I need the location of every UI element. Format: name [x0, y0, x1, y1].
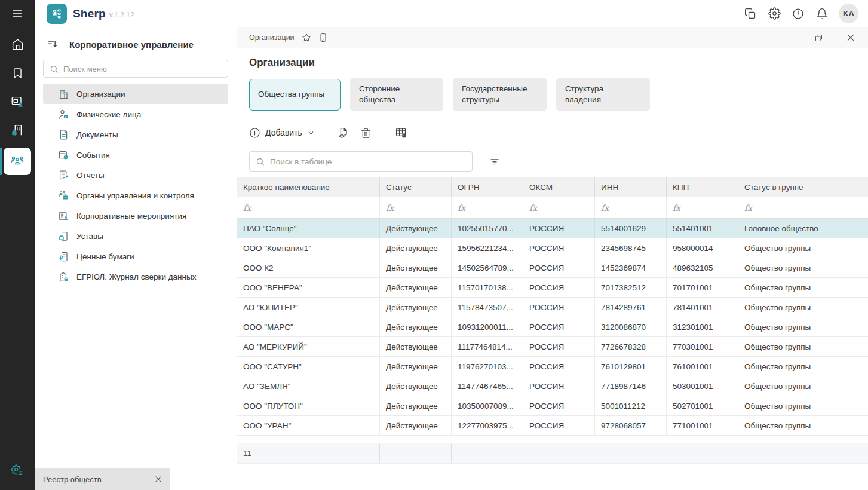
table-cell[interactable]: 11477467465...: [452, 376, 523, 396]
table-cell[interactable]: Общество группы: [738, 238, 868, 258]
table-cell[interactable]: Общество группы: [738, 337, 868, 356]
table-row[interactable]: ООО "ПЛУТОН"Действующее10350007089...РОС…: [237, 396, 868, 416]
table-cell[interactable]: Действующее: [380, 317, 452, 336]
table-cell[interactable]: РОССИЯ: [523, 317, 595, 336]
table-settings-button[interactable]: [390, 122, 413, 143]
table-cell[interactable]: РОССИЯ: [523, 238, 595, 258]
add-button[interactable]: Добавить: [249, 124, 320, 142]
nav-item-egrul-journal[interactable]: ЕГРЮЛ. Журнал сверки данных: [43, 267, 228, 287]
close-window-button[interactable]: [842, 30, 860, 45]
notifications-button[interactable]: [810, 2, 834, 26]
table-cell[interactable]: 10350007089...: [452, 396, 523, 415]
table-cell[interactable]: Действующее: [380, 376, 452, 396]
restore-window-button[interactable]: [809, 30, 827, 45]
table-cell[interactable]: 489632105: [667, 258, 738, 277]
table-cell[interactable]: РОССИЯ: [523, 298, 595, 317]
table-row[interactable]: ПАО "Солнце"Действующее10255015770...РОС…: [237, 219, 868, 238]
table-cell[interactable]: ООО К2: [237, 258, 380, 277]
table-cell[interactable]: 3120086870: [595, 317, 667, 336]
rail-item-home[interactable]: [0, 30, 35, 59]
column-header[interactable]: Статус в группе: [738, 177, 868, 197]
table-cell[interactable]: РОССИЯ: [523, 416, 595, 435]
menu-search-input[interactable]: [63, 65, 222, 74]
rail-item-bookmarks[interactable]: [0, 59, 35, 87]
table-cell[interactable]: 7017382512: [595, 278, 667, 297]
nav-item-reports[interactable]: Отчеты: [43, 165, 228, 185]
table-cell[interactable]: 958000014: [667, 238, 738, 258]
table-cell[interactable]: Общество группы: [738, 357, 868, 376]
column-header[interactable]: ОКСМ: [523, 177, 595, 197]
table-cell[interactable]: 11578473507...: [452, 298, 523, 317]
table-row[interactable]: АО "ЮПИТЕР"Действующее11578473507...РОСС…: [237, 298, 868, 317]
table-cell[interactable]: Действующее: [380, 258, 452, 277]
table-cell[interactable]: 15956221234...: [452, 238, 523, 258]
table-cell[interactable]: 551401001: [667, 219, 738, 238]
table-row[interactable]: ООО "САТУРН"Действующее11976270103...РОС…: [237, 357, 868, 376]
table-row[interactable]: ООО "УРАН"Действующее12277003975...РОССИ…: [237, 416, 868, 436]
collapse-menu-button[interactable]: [45, 37, 60, 51]
table-cell[interactable]: 771001001: [667, 416, 738, 435]
nav-item-events[interactable]: События: [43, 145, 228, 165]
favorite-star-icon[interactable]: [302, 33, 311, 42]
table-cell[interactable]: ООО "ПЛУТОН": [237, 396, 380, 415]
table-row[interactable]: ООО "ВЕНЕРА"Действующее11570170138...РОС…: [237, 278, 868, 298]
table-cell[interactable]: 312301001: [667, 317, 738, 336]
view-tab-ownership-structure[interactable]: Структура владения: [556, 78, 650, 111]
table-cell[interactable]: ООО "Компания1": [237, 238, 380, 258]
table-cell[interactable]: РОССИЯ: [523, 357, 595, 376]
column-filter-cell[interactable]: fx: [738, 197, 868, 218]
table-cell[interactable]: Общество группы: [738, 298, 868, 317]
view-tab-group-companies[interactable]: Общества группы: [249, 79, 341, 111]
table-cell[interactable]: 11177464814...: [452, 337, 523, 356]
table-cell[interactable]: Действующее: [380, 298, 452, 317]
duplicate-tab-icon[interactable]: [318, 33, 328, 42]
column-filter-cell[interactable]: fx: [452, 197, 523, 218]
table-cell[interactable]: Общество группы: [738, 396, 868, 415]
view-document-button[interactable]: [332, 122, 355, 143]
table-cell[interactable]: Действующее: [380, 357, 452, 376]
table-cell[interactable]: 1452369874: [595, 258, 667, 277]
table-cell[interactable]: Действующее: [380, 396, 452, 415]
table-cell[interactable]: АО "МЕРКУРИЙ": [237, 337, 380, 356]
nav-item-organizations[interactable]: Организации: [43, 84, 228, 104]
table-cell[interactable]: 503001001: [667, 376, 738, 396]
table-cell[interactable]: 781401001: [667, 298, 738, 317]
table-cell[interactable]: ООО "УРАН": [237, 416, 380, 435]
table-cell[interactable]: Действующее: [380, 416, 452, 435]
window-tab-organizations[interactable]: Организации: [249, 33, 328, 42]
table-cell[interactable]: 761001001: [667, 357, 738, 376]
info-button[interactable]: [786, 2, 810, 26]
table-cell[interactable]: 12277003975...: [452, 416, 523, 435]
table-cell[interactable]: 11570170138...: [452, 278, 523, 297]
table-cell[interactable]: Общество группы: [738, 317, 868, 336]
nav-item-documents[interactable]: Документы: [43, 124, 228, 145]
table-search-input[interactable]: [270, 157, 466, 166]
table-cell[interactable]: АО "ЮПИТЕР": [237, 298, 380, 317]
table-cell[interactable]: РОССИЯ: [523, 376, 595, 396]
table-cell[interactable]: 10255015770...: [452, 219, 523, 238]
table-cell[interactable]: РОССИЯ: [523, 278, 595, 297]
rail-item-admin-settings[interactable]: [0, 455, 35, 484]
table-cell[interactable]: Действующее: [380, 219, 452, 238]
table-cell[interactable]: 11976270103...: [452, 357, 523, 376]
table-row[interactable]: ООО К2Действующее14502564789...РОССИЯ145…: [237, 258, 868, 278]
view-tab-state-structures[interactable]: Государственные структуры: [453, 78, 547, 111]
table-cell[interactable]: 502701001: [667, 396, 738, 415]
table-cell[interactable]: Общество группы: [738, 416, 868, 435]
minimize-button[interactable]: [777, 30, 795, 45]
table-row[interactable]: АО "МЕРКУРИЙ"Действующее11177464814...РО…: [237, 337, 868, 357]
table-cell[interactable]: РОССИЯ: [523, 258, 595, 277]
table-cell[interactable]: РОССИЯ: [523, 396, 595, 415]
column-header[interactable]: ОГРН: [452, 177, 523, 197]
table-cell[interactable]: 7610129801: [595, 357, 667, 376]
column-header[interactable]: Статус: [380, 177, 452, 197]
table-cell[interactable]: Общество группы: [738, 258, 868, 277]
column-header[interactable]: ИНН: [595, 177, 667, 197]
nav-item-corporate-actions[interactable]: Корпоративные мероприятия: [43, 206, 228, 226]
table-cell[interactable]: ООО "ВЕНЕРА": [237, 278, 380, 297]
table-cell[interactable]: Действующее: [380, 278, 452, 297]
table-cell[interactable]: ПАО "Солнце": [237, 219, 380, 238]
nav-item-securities[interactable]: ₽ Ценные бумаги: [43, 246, 228, 267]
rail-item-meetings[interactable]: [0, 87, 35, 116]
table-row[interactable]: ООО "МАРС"Действующее10931200011...РОССИ…: [237, 317, 868, 337]
